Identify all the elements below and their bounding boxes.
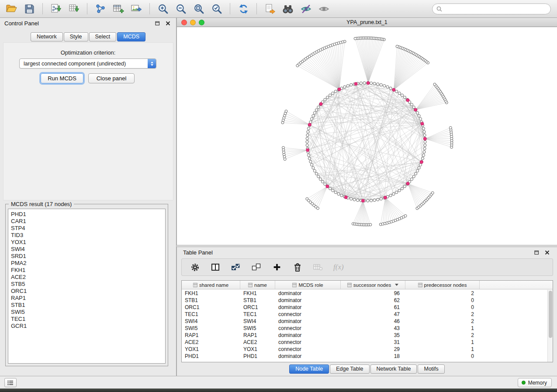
close-icon — [166, 21, 170, 26]
new-network-icon — [95, 3, 106, 14]
panel-menu-button[interactable] — [4, 378, 17, 387]
import-table-file-button[interactable] — [67, 2, 81, 16]
zoom-selected-button[interactable] — [210, 2, 224, 16]
table-row[interactable]: FKH1FKH1dominator962 — [182, 290, 547, 297]
column-header-shared-name[interactable]: shared name — [182, 281, 240, 289]
new-table-button[interactable] — [111, 2, 125, 16]
table-row[interactable]: ACE2ACE2connector311 — [182, 339, 547, 346]
float-panel-button[interactable] — [153, 20, 161, 27]
export-image-button[interactable] — [129, 2, 143, 16]
mcds-result-item[interactable]: TEC1 — [8, 316, 165, 323]
status-bar: Memory — [0, 376, 557, 389]
export-image-icon — [131, 3, 142, 14]
table-settings-button[interactable] — [190, 262, 200, 272]
mcds-result-item[interactable]: ORC1 — [8, 288, 165, 295]
table-row[interactable]: TEC1TEC1connector472 — [182, 311, 547, 318]
network-titlebar[interactable]: YPA_prune.txt_1 — [177, 18, 557, 27]
unselect-all-icon — [252, 263, 261, 272]
mcds-result-item[interactable]: STB1 — [8, 302, 165, 309]
delete-column-button[interactable] — [292, 262, 303, 272]
mcds-result-item[interactable]: CAR1 — [8, 218, 165, 225]
zoom-in-button[interactable] — [156, 2, 170, 16]
unselect-all-button[interactable] — [251, 262, 262, 272]
save-session-button[interactable] — [22, 2, 36, 16]
close-table-panel-button[interactable] — [543, 249, 551, 256]
table-cell: 2 — [405, 311, 480, 317]
column-header-predecessor-nodes[interactable]: predecessor nodes — [405, 281, 480, 289]
zoom-fit-button[interactable] — [192, 2, 206, 16]
select-all-button[interactable] — [231, 262, 241, 272]
run-mcds-button[interactable]: Run MCDS — [41, 73, 83, 83]
column-header-name[interactable]: name — [240, 281, 275, 289]
table-row[interactable]: PHD1PHD1dominator180 — [182, 353, 547, 360]
mcds-result-item[interactable]: FKH1 — [8, 267, 165, 274]
tab-motifs[interactable]: Motifs — [418, 364, 444, 374]
plus-icon — [273, 263, 281, 271]
column-header-mcds-role[interactable]: MCDS role — [275, 281, 341, 289]
mcds-result-item[interactable]: STP4 — [8, 225, 165, 232]
traffic-light-green[interactable] — [199, 20, 204, 25]
optimization-criterion-select[interactable]: largest connected component (undirected) — [19, 58, 156, 69]
table-row[interactable]: SWI4SWI4dominator462 — [182, 318, 547, 325]
mcds-result-item[interactable]: PHD1 — [8, 211, 165, 218]
mcds-result-item[interactable]: STB5 — [8, 281, 165, 288]
chevron-down-icon[interactable] — [395, 284, 398, 286]
table-cell: SWI4 — [182, 318, 240, 324]
column-label: MCDS role — [298, 282, 323, 288]
mcds-result-item[interactable]: YOX1 — [8, 239, 165, 246]
float-table-panel-button[interactable] — [533, 249, 540, 256]
refresh-view-button[interactable] — [236, 2, 250, 16]
table-cell: 31 — [341, 339, 405, 345]
mcds-result-item[interactable]: PMA2 — [8, 260, 165, 267]
mcds-result-item[interactable]: ACE2 — [8, 274, 165, 281]
column-grid-icon — [193, 283, 197, 287]
table-row[interactable]: SWI5SWI5connector431 — [182, 325, 547, 332]
search-icon — [436, 6, 442, 12]
mcds-result-item[interactable]: TID3 — [8, 232, 165, 239]
table-cell: 0 — [405, 304, 480, 310]
memory-button[interactable]: Memory — [518, 378, 552, 387]
network-graph[interactable] — [177, 27, 557, 244]
mcds-result-item[interactable]: SWI4 — [8, 246, 165, 253]
export-network-button[interactable] — [263, 2, 277, 16]
tab-edge-table[interactable]: Edge Table — [330, 364, 369, 374]
tab-network-table[interactable]: Network Table — [370, 364, 417, 374]
tab-select[interactable]: Select — [89, 32, 117, 41]
zoom-out-button[interactable] — [174, 2, 188, 16]
table-vertical-scrollbar[interactable] — [547, 290, 553, 362]
table-cell: 2 — [405, 290, 480, 296]
refresh-icon — [238, 3, 249, 14]
search-box[interactable] — [432, 3, 551, 14]
mcds-result-item[interactable]: GCR1 — [8, 323, 165, 330]
mcds-result-item[interactable]: SRD1 — [8, 253, 165, 260]
table-panel-title: Table Panel — [183, 249, 213, 256]
tab-mcds[interactable]: MCDS — [117, 32, 145, 41]
mcds-result-list[interactable]: PHD1CAR1STP4TID3YOX1SWI4SRD1PMA2FKH1ACE2… — [8, 209, 166, 364]
show-columns-button[interactable] — [210, 262, 221, 272]
tab-style[interactable]: Style — [64, 32, 88, 41]
close-panel-button[interactable]: Close panel — [88, 73, 135, 83]
table-row[interactable]: STB1STB1dominator620 — [182, 297, 547, 304]
scrollbar-thumb[interactable] — [549, 291, 552, 338]
open-file-button[interactable] — [4, 2, 18, 16]
tab-node-table[interactable]: Node Table — [289, 364, 329, 374]
search-input[interactable] — [445, 6, 550, 12]
table-row[interactable]: ORC1ORC1dominator610 — [182, 304, 547, 311]
mcds-result-title: MCDS result (17 nodes) — [9, 201, 74, 207]
traffic-light-red[interactable] — [181, 20, 187, 25]
add-column-button[interactable] — [272, 262, 282, 272]
network-canvas[interactable] — [177, 27, 557, 245]
traffic-light-yellow[interactable] — [190, 20, 196, 25]
table-row[interactable]: RAP1RAP1dominator352 — [182, 332, 547, 339]
mcds-result-item[interactable]: SWI5 — [8, 309, 165, 316]
close-control-panel-button[interactable] — [164, 20, 172, 27]
hide-annotations-button[interactable] — [299, 2, 313, 16]
new-network-button[interactable] — [93, 2, 107, 16]
mcds-result-item[interactable]: RAP1 — [8, 295, 165, 302]
table-row[interactable]: YOX1YOX1connector291 — [182, 346, 547, 353]
tab-network[interactable]: Network — [31, 32, 63, 41]
show-graphics-details-button[interactable] — [317, 2, 331, 16]
search-network-button[interactable] — [281, 2, 295, 16]
column-header-successor-nodes[interactable]: successor nodes — [341, 281, 405, 289]
import-network-file-button[interactable] — [49, 2, 63, 16]
